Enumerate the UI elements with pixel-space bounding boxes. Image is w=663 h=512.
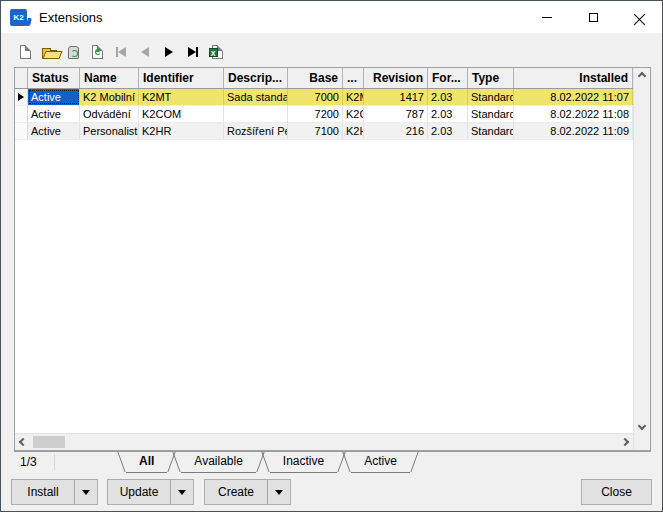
chevron-left-icon	[19, 438, 27, 446]
cell-name[interactable]: Odvádění	[80, 106, 139, 122]
caret-down-icon	[178, 490, 186, 499]
cell-identifier[interactable]: K2COM	[139, 106, 224, 122]
tab-active[interactable]: Active	[351, 452, 410, 473]
cell-identifier[interactable]: K2HR	[139, 123, 224, 139]
caret-down-icon	[275, 490, 283, 499]
cell-installed[interactable]: 8.02.2022 11:09	[514, 123, 633, 139]
new-document-icon[interactable]	[17, 43, 33, 61]
refresh-document-icon[interactable]	[89, 43, 105, 61]
cell-name[interactable]: Personalistik	[80, 123, 139, 139]
cell-descrip[interactable]	[224, 106, 288, 122]
cell-installed[interactable]: 8.02.2022 11:08	[514, 106, 633, 122]
column-header-for[interactable]: For...	[428, 68, 468, 88]
column-header-descrip[interactable]: Descrip...	[224, 68, 288, 88]
cell-base[interactable]: 7100	[288, 123, 343, 139]
column-header-type[interactable]: Type	[468, 68, 514, 88]
cell-type[interactable]: Standard	[468, 106, 514, 122]
update-dropdown-button[interactable]	[170, 480, 193, 504]
cell-col[interactable]: K2HR	[343, 123, 364, 139]
cell-col[interactable]: K2COM	[343, 106, 364, 122]
chevron-up-icon	[638, 72, 646, 80]
column-header-base[interactable]: Base	[288, 68, 343, 88]
tab-available[interactable]: Available	[181, 452, 255, 473]
cell-installed[interactable]: 8.02.2022 11:07	[514, 89, 633, 105]
maximize-icon	[589, 13, 598, 22]
first-record-icon-shape	[118, 47, 126, 57]
column-header-revision[interactable]: Revision	[364, 68, 428, 88]
cell-descrip[interactable]: Rozšíření Pe	[224, 123, 288, 139]
minimize-icon	[542, 17, 552, 18]
tab-all[interactable]: All	[126, 452, 167, 473]
next-record-icon-shape	[165, 47, 173, 57]
cell-status[interactable]: Active	[28, 89, 80, 105]
cell-for[interactable]: 2.03	[428, 89, 468, 105]
column-header-col[interactable]: ...	[343, 68, 364, 88]
table-row[interactable]: ActivePersonalistikK2HRRozšíření Pe7100K…	[15, 123, 633, 140]
recycle-bin-icon[interactable]	[65, 43, 81, 61]
tab-strip: 1/3 AllAvailableInactiveActive	[14, 451, 651, 473]
last-record-icon[interactable]	[185, 43, 201, 61]
column-header-identifier[interactable]: Identifier	[139, 68, 224, 88]
refresh-document-icon-shape	[92, 45, 103, 59]
maximize-button[interactable]	[570, 1, 616, 33]
horizontal-scrollbar[interactable]	[15, 433, 633, 450]
chevron-down-icon	[638, 422, 646, 430]
cell-for[interactable]: 2.03	[428, 106, 468, 122]
table-row[interactable]: ActiveOdváděníK2COM7200K2COM7872.03Stand…	[15, 106, 633, 123]
cell-descrip[interactable]: Sada standa	[224, 89, 288, 105]
cell-base[interactable]: 7000	[288, 89, 343, 105]
column-header-status[interactable]: Status	[28, 68, 80, 88]
horizontal-scroll-thumb[interactable]	[33, 436, 65, 448]
record-counter: 1/3	[20, 455, 37, 469]
install-button-label: Install	[12, 480, 74, 504]
cell-status[interactable]: Active	[28, 106, 80, 122]
column-header-name[interactable]: Name	[80, 68, 139, 88]
cell-revision[interactable]: 787	[364, 106, 428, 122]
install-button[interactable]: Install	[11, 479, 98, 505]
create-button-label: Create	[205, 480, 267, 504]
close-button[interactable]: Close	[581, 479, 652, 505]
panel-divider	[54, 454, 55, 470]
scroll-left-button[interactable]	[15, 434, 31, 450]
row-selector-header	[15, 68, 28, 88]
column-header-installed[interactable]: Installed	[514, 68, 633, 88]
row-selector-cell	[15, 106, 28, 122]
cell-name[interactable]: K2 Mobilní t	[80, 89, 139, 105]
cell-identifier[interactable]: K2MT	[139, 89, 224, 105]
scroll-up-button[interactable]	[634, 68, 650, 84]
cell-type[interactable]: Standard	[468, 123, 514, 139]
excel-export-icon[interactable]: X	[209, 43, 225, 61]
recycle-bin-icon-shape	[68, 46, 79, 59]
row-selector-cell	[15, 89, 28, 105]
vertical-scroll-track[interactable]	[634, 84, 650, 418]
open-folder-icon-shape	[42, 50, 57, 59]
table-row[interactable]: ActiveK2 Mobilní tK2MTSada standa7000K2M…	[15, 89, 633, 106]
refresh-document-icon-shape	[95, 49, 101, 55]
cell-col[interactable]: K2MT	[343, 89, 364, 105]
cell-for[interactable]: 2.03	[428, 123, 468, 139]
excel-export-icon-shape: X	[212, 45, 223, 59]
extensions-dialog: K2 Extensions X StatusNameIdentifierDesc…	[0, 0, 663, 512]
k2-app-icon: K2	[10, 9, 27, 26]
next-record-icon[interactable]	[161, 43, 177, 61]
tab-inactive[interactable]: Inactive	[270, 452, 337, 473]
chevron-right-icon	[621, 438, 629, 446]
cell-revision[interactable]: 1417	[364, 89, 428, 105]
create-dropdown-button[interactable]	[267, 480, 290, 504]
cell-revision[interactable]: 216	[364, 123, 428, 139]
create-button[interactable]: Create	[204, 479, 291, 505]
open-folder-icon[interactable]	[41, 43, 57, 61]
install-dropdown-button[interactable]	[74, 480, 97, 504]
update-button[interactable]: Update	[107, 479, 194, 505]
scrollbar-corner	[634, 434, 650, 450]
cell-type[interactable]: Standard	[468, 89, 514, 105]
toolbar: X	[17, 41, 225, 63]
minimize-button[interactable]	[524, 1, 570, 33]
cell-status[interactable]: Active	[28, 123, 80, 139]
scroll-right-button[interactable]	[617, 434, 633, 450]
vertical-scrollbar[interactable]	[633, 68, 650, 450]
close-window-button[interactable]	[616, 1, 662, 33]
scroll-down-button[interactable]	[634, 418, 650, 434]
previous-record-icon-shape	[141, 47, 149, 57]
cell-base[interactable]: 7200	[288, 106, 343, 122]
